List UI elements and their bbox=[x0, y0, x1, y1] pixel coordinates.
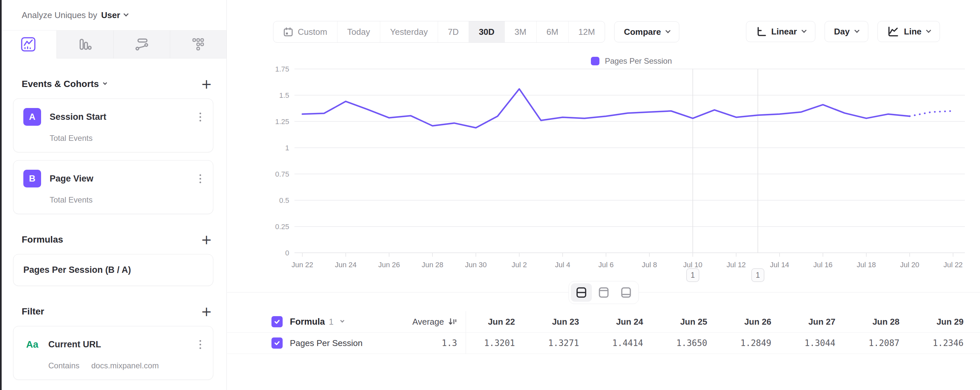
layout-toggle bbox=[568, 281, 639, 304]
column-header[interactable]: Jun 28 bbox=[851, 311, 915, 332]
range-today[interactable]: Today bbox=[337, 21, 380, 42]
scale-dropdown[interactable]: Linear bbox=[746, 21, 815, 42]
event-measure[interactable]: Total Events bbox=[49, 134, 93, 143]
svg-text:Jul 20: Jul 20 bbox=[900, 261, 920, 269]
formula-group-label[interactable]: Formula bbox=[290, 317, 325, 327]
cell-value[interactable]: 1.3271 bbox=[530, 333, 594, 354]
svg-text:Jun 28: Jun 28 bbox=[422, 261, 443, 269]
chart-controls: Linear Day Line bbox=[746, 21, 940, 42]
tab-bar-report[interactable] bbox=[57, 30, 113, 59]
event-badge: B bbox=[23, 170, 41, 187]
svg-text:0.5: 0.5 bbox=[279, 196, 289, 205]
string-property-icon: Aa bbox=[23, 336, 41, 353]
svg-text:0.25: 0.25 bbox=[275, 223, 289, 231]
cell-value[interactable]: 1.3044 bbox=[786, 333, 851, 354]
chevron-down-icon[interactable] bbox=[123, 11, 129, 17]
line-chart[interactable]: 00.250.50.7511.251.51.75Jun 22Jun 24Jun … bbox=[227, 49, 980, 292]
svg-text:Jun 24: Jun 24 bbox=[335, 261, 356, 269]
svg-text:Jun 26: Jun 26 bbox=[378, 261, 400, 269]
add-event-button[interactable]: + bbox=[201, 78, 212, 90]
event-measure[interactable]: Total Events bbox=[49, 195, 93, 205]
series-name[interactable]: Pages Per Session bbox=[290, 338, 363, 348]
layout-chart-view-button[interactable] bbox=[593, 283, 614, 302]
tab-insights[interactable] bbox=[0, 30, 57, 59]
svg-text:Jul 8: Jul 8 bbox=[642, 261, 657, 269]
range-6m[interactable]: 6M bbox=[536, 21, 568, 42]
cell-value[interactable]: 1.2346 bbox=[915, 333, 979, 354]
line-chart-icon bbox=[887, 25, 899, 37]
interval-dropdown[interactable]: Day bbox=[824, 21, 868, 42]
events-section-title[interactable]: Events & Cohorts bbox=[22, 79, 107, 89]
svg-text:Jul 2: Jul 2 bbox=[512, 261, 527, 269]
kebab-menu-icon[interactable] bbox=[197, 338, 203, 351]
table-row: Pages Per Session 1.3 1.3201 1.3271 1.44… bbox=[227, 332, 980, 354]
sort-icon[interactable] bbox=[448, 317, 457, 326]
compare-button[interactable]: Compare bbox=[614, 21, 679, 42]
add-formula-button[interactable]: + bbox=[201, 233, 212, 246]
filter-card[interactable]: Aa Current URL Contains docs.mixpanel.co… bbox=[13, 326, 213, 380]
range-3m[interactable]: 3M bbox=[504, 21, 536, 42]
table-header-row: Formula 1 Average Jun 22 Jun 23 Jun 24 bbox=[227, 311, 980, 332]
filter-operator[interactable]: Contains bbox=[48, 361, 80, 370]
calendar-icon bbox=[283, 27, 293, 37]
cell-value[interactable]: 1.3650 bbox=[658, 333, 722, 354]
event-card-a[interactable]: A Session Start Total Events bbox=[13, 98, 213, 152]
cell-value[interactable]: 1.4414 bbox=[594, 333, 658, 354]
select-all-checkbox[interactable] bbox=[272, 316, 283, 327]
analyze-entity-dropdown[interactable]: User bbox=[101, 10, 120, 21]
column-header[interactable]: Jun 23 bbox=[530, 311, 594, 332]
row-values: 1.3201 1.3271 1.4414 1.3650 1.2849 1.304… bbox=[466, 333, 980, 354]
chart-type-dropdown[interactable]: Line bbox=[877, 21, 940, 42]
row-checkbox[interactable] bbox=[272, 338, 283, 349]
svg-text:1.75: 1.75 bbox=[275, 65, 289, 73]
kebab-menu-icon[interactable] bbox=[197, 172, 203, 185]
formula-group-number: 1 bbox=[329, 317, 334, 327]
chevron-down-icon[interactable] bbox=[340, 319, 344, 323]
cell-value[interactable]: 1.2087 bbox=[851, 333, 915, 354]
svg-text:Jul 4: Jul 4 bbox=[555, 261, 570, 269]
layout-split-view-button[interactable] bbox=[571, 283, 592, 302]
analyze-label: Analyze Uniques by bbox=[22, 10, 97, 21]
svg-text:1.25: 1.25 bbox=[275, 117, 289, 126]
report-main: Custom Today Yesterday 7D 30D 3M 6M 12M … bbox=[227, 0, 980, 390]
svg-text:Jul 12: Jul 12 bbox=[727, 261, 746, 269]
filter-section-title: Filter bbox=[22, 306, 44, 317]
tab-retention-report[interactable] bbox=[170, 30, 226, 59]
formula-card[interactable]: Pages Per Session (B / A) bbox=[13, 254, 213, 286]
filter-value[interactable]: docs.mixpanel.com bbox=[91, 361, 159, 370]
column-header[interactable]: Jun 24 bbox=[594, 311, 658, 332]
date-column-headers: Jun 22 Jun 23 Jun 24 Jun 25 Jun 26 Jun 2… bbox=[466, 311, 980, 332]
range-custom[interactable]: Custom bbox=[274, 21, 337, 42]
svg-text:1.5: 1.5 bbox=[279, 91, 289, 100]
split-view-icon bbox=[575, 286, 588, 299]
average-column-header[interactable]: Average bbox=[412, 317, 444, 327]
filter-section: Filter + bbox=[0, 305, 226, 318]
date-range-toolbar: Custom Today Yesterday 7D 30D 3M 6M 12M … bbox=[273, 21, 679, 43]
insights-report: Analyze Uniques by User bbox=[0, 0, 980, 390]
column-header[interactable]: Jun 29 bbox=[915, 311, 979, 332]
chevron-down-icon bbox=[103, 81, 107, 85]
svg-text:1: 1 bbox=[691, 271, 695, 279]
cell-value[interactable]: 1.2849 bbox=[722, 333, 786, 354]
range-yesterday[interactable]: Yesterday bbox=[380, 21, 438, 42]
column-header[interactable]: Jun 26 bbox=[722, 311, 786, 332]
svg-text:1: 1 bbox=[285, 144, 289, 152]
event-card-b[interactable]: B Page View Total Events bbox=[13, 160, 213, 214]
insights-line-chart-icon bbox=[21, 37, 36, 52]
tab-flows-report[interactable] bbox=[113, 30, 170, 59]
results-table: Formula 1 Average Jun 22 Jun 23 Jun 24 bbox=[227, 311, 980, 354]
column-header[interactable]: Jun 25 bbox=[658, 311, 722, 332]
layout-table-view-button[interactable] bbox=[616, 283, 636, 302]
add-filter-button[interactable]: + bbox=[201, 305, 212, 318]
event-badge: A bbox=[23, 108, 41, 126]
svg-text:1: 1 bbox=[756, 271, 760, 279]
svg-text:Jun 22: Jun 22 bbox=[291, 261, 313, 269]
column-header[interactable]: Jun 27 bbox=[786, 311, 851, 332]
range-12m[interactable]: 12M bbox=[568, 21, 605, 42]
range-7d[interactable]: 7D bbox=[438, 21, 469, 42]
column-header[interactable]: Jun 22 bbox=[466, 311, 530, 332]
cell-value[interactable]: 1.3201 bbox=[466, 333, 530, 354]
svg-text:Jul 10: Jul 10 bbox=[683, 261, 703, 269]
kebab-menu-icon[interactable] bbox=[197, 111, 203, 124]
range-30d[interactable]: 30D bbox=[469, 21, 504, 42]
